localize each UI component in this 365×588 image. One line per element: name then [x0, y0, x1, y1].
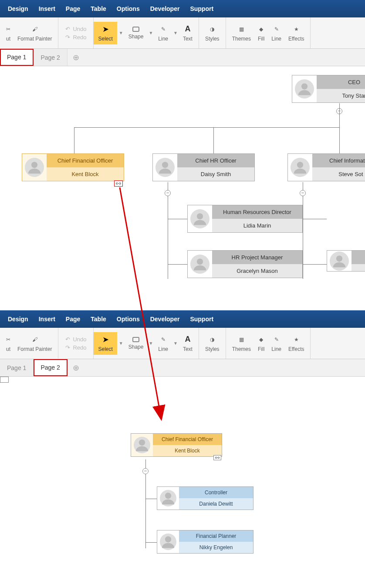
- shape-dropdown[interactable]: ▼: [147, 31, 155, 35]
- select-tool-button[interactable]: ➤ Select: [94, 332, 117, 355]
- node-name: Daisy Smith: [177, 167, 254, 181]
- fill-button[interactable]: ◆ Fill: [254, 23, 268, 44]
- themes-button[interactable]: ▦ Themes: [229, 23, 254, 44]
- node-controller[interactable]: Controller Daniela Dewitt: [157, 486, 253, 510]
- themes-icon: ▦: [239, 24, 244, 34]
- styles-button[interactable]: ◑ Styles: [202, 23, 223, 44]
- tab-page1[interactable]: Page 1: [0, 359, 34, 376]
- node-cio[interactable]: Chief Information Steve Sot: [287, 153, 365, 181]
- node-title: Chief Information: [312, 154, 365, 167]
- node-title: Financial Planner: [179, 530, 253, 542]
- menu-insert[interactable]: Insert: [34, 5, 61, 12]
- styles-icon: ◑: [210, 24, 214, 34]
- canvas-page2[interactable]: Chief Financial Officer Kent Block − Con…: [0, 377, 365, 586]
- shape-tool-button[interactable]: Shape: [125, 25, 147, 41]
- text-icon: A: [185, 335, 190, 344]
- format-painter-label: Format Painter: [17, 36, 52, 42]
- cut-button[interactable]: ✂ ut: [3, 23, 14, 44]
- fill-icon: ◆: [259, 24, 263, 34]
- line-dropdown[interactable]: ▼: [172, 341, 179, 346]
- menu-design[interactable]: Design: [3, 5, 34, 12]
- redo-label: Redo: [73, 34, 86, 41]
- format-painter-button[interactable]: 🖌 Format Painter: [14, 333, 55, 354]
- shape-tool-button[interactable]: Shape: [125, 335, 147, 352]
- node-hrpm[interactable]: HR Project Manager Gracelyn Mason: [187, 250, 303, 278]
- viewport-page1: Design Insert Page Table Options Develop…: [0, 0, 365, 310]
- menu-options[interactable]: Options: [112, 5, 145, 12]
- node-name: Steve Sot: [312, 167, 365, 181]
- pen-icon: ✎: [161, 24, 166, 34]
- redo-button[interactable]: ↷Redo: [65, 343, 86, 352]
- node-cfo[interactable]: Chief Financial Officer Kent Block: [131, 433, 222, 457]
- viewport-page2: Design Insert Page Table Options Develop…: [0, 310, 365, 586]
- collapse-toggle[interactable]: −: [300, 190, 306, 196]
- redo-label: Redo: [73, 344, 86, 351]
- tab-page2[interactable]: Page 2: [34, 359, 67, 376]
- cut-button[interactable]: ✂ ut: [3, 333, 14, 354]
- tab-page2[interactable]: Page 2: [34, 49, 67, 66]
- select-label: Select: [98, 346, 112, 352]
- line-dropdown[interactable]: ▼: [172, 31, 179, 35]
- menu-support[interactable]: Support: [185, 316, 219, 323]
- line-style-button[interactable]: ✎ Line: [268, 333, 285, 354]
- menu-insert[interactable]: Insert: [34, 316, 61, 323]
- line-style-button[interactable]: ✎ Line: [268, 23, 285, 44]
- effects-label: Effects: [288, 36, 304, 42]
- menu-developer[interactable]: Developer: [145, 316, 185, 323]
- node-cfo[interactable]: Chief Financial Officer Kent Block: [22, 153, 124, 181]
- text-tool-button[interactable]: A Text: [179, 23, 196, 44]
- pen-icon: ✎: [161, 335, 166, 344]
- effects-button[interactable]: ★ Effects: [285, 23, 308, 44]
- select-dropdown[interactable]: ▼: [117, 31, 125, 35]
- line-style-icon: ✎: [274, 24, 279, 34]
- cut-label: ut: [6, 346, 10, 352]
- effects-button[interactable]: ★ Effects: [285, 333, 308, 354]
- themes-label: Themes: [232, 36, 251, 42]
- fill-button[interactable]: ◆ Fill: [254, 333, 268, 354]
- node-hrd[interactable]: Human Resources Director Lidia Marin: [187, 205, 303, 233]
- themes-label: Themes: [232, 346, 251, 352]
- line-tool-button[interactable]: ✎ Line: [155, 23, 172, 44]
- format-painter-button[interactable]: 🖌 Format Painter: [14, 23, 55, 44]
- collapse-toggle[interactable]: −: [142, 468, 149, 474]
- text-tool-button[interactable]: A Text: [179, 333, 196, 354]
- node-title: Human Resources Director: [212, 205, 302, 219]
- hyperlink-icon[interactable]: [0, 377, 9, 383]
- menu-developer[interactable]: Developer: [145, 5, 185, 12]
- menu-table[interactable]: Table: [85, 5, 112, 12]
- brush-icon: 🖌: [32, 24, 37, 34]
- undo-button[interactable]: ↶Undo: [65, 25, 86, 33]
- toolbar: ✂ ut 🖌 Format Painter ↶Undo ↷Redo ➤ Sele…: [0, 17, 365, 49]
- avatar: [190, 209, 210, 228]
- menu-options[interactable]: Options: [112, 316, 145, 323]
- line-tool-button[interactable]: ✎ Line: [155, 333, 172, 354]
- select-tool-button[interactable]: ➤ Select: [94, 22, 117, 44]
- menu-table[interactable]: Table: [85, 316, 112, 323]
- menu-page[interactable]: Page: [61, 5, 85, 12]
- cursor-icon: ➤: [102, 335, 109, 344]
- menu-page[interactable]: Page: [61, 316, 85, 323]
- themes-button[interactable]: ▦ Themes: [229, 333, 254, 354]
- undo-button[interactable]: ↶Undo: [65, 335, 86, 343]
- hyperlink-icon[interactable]: [114, 180, 123, 187]
- node-financial-planner[interactable]: Financial Planner Nikky Engelen: [157, 530, 253, 554]
- node-chro[interactable]: Chief HR Officer Daisy Smith: [152, 153, 255, 181]
- select-dropdown[interactable]: ▼: [117, 341, 125, 346]
- tab-page1[interactable]: Page 1: [0, 49, 34, 66]
- menu-support[interactable]: Support: [185, 5, 219, 12]
- add-page-button[interactable]: ⊕: [68, 359, 85, 376]
- node-d[interactable]: D: [327, 250, 365, 272]
- cut-label: ut: [6, 36, 10, 42]
- menu-design[interactable]: Design: [3, 316, 34, 323]
- canvas-page1[interactable]: CEO Tony Star − Chief Financial Officer …: [0, 66, 365, 310]
- collapse-toggle[interactable]: −: [165, 190, 171, 196]
- styles-label: Styles: [205, 36, 220, 42]
- add-page-button[interactable]: ⊕: [68, 49, 85, 66]
- node-name: Gracelyn Mason: [212, 264, 302, 278]
- hyperlink-icon[interactable]: [213, 455, 221, 460]
- avatar: [134, 437, 150, 453]
- node-ceo[interactable]: CEO Tony Star: [292, 75, 365, 103]
- shape-dropdown[interactable]: ▼: [147, 341, 155, 346]
- redo-button[interactable]: ↷Redo: [65, 33, 86, 41]
- styles-button[interactable]: ◑ Styles: [202, 333, 223, 354]
